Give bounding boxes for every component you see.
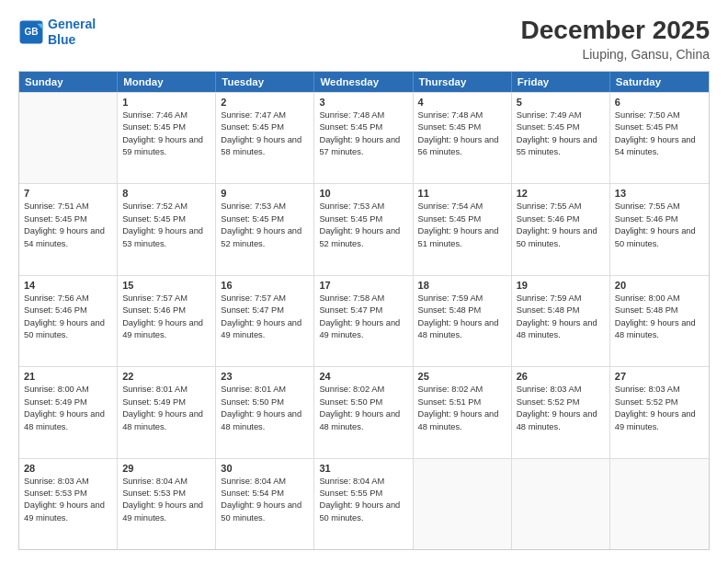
- cell-info-line: Daylight: 9 hours and 54 minutes.: [615, 134, 704, 159]
- cell-info-line: Sunset: 5:45 PM: [418, 213, 506, 225]
- day-number: 16: [221, 280, 309, 291]
- cell-info-line: Sunset: 5:54 PM: [221, 488, 309, 500]
- calendar-cell: 30Sunrise: 8:04 AMSunset: 5:54 PMDayligh…: [216, 459, 314, 549]
- cell-info-line: Daylight: 9 hours and 50 minutes.: [319, 500, 407, 524]
- cell-info-line: Sunset: 5:47 PM: [221, 304, 309, 316]
- day-number: 18: [418, 280, 506, 291]
- header-cell-thursday: Thursday: [414, 72, 512, 92]
- page-subtitle: Liuping, Gansu, China: [521, 47, 710, 62]
- calendar-cell: 2Sunrise: 7:47 AMSunset: 5:45 PMDaylight…: [216, 93, 314, 183]
- cell-info-line: Daylight: 9 hours and 50 minutes.: [517, 225, 605, 250]
- cell-info-line: Daylight: 9 hours and 59 minutes.: [122, 134, 210, 159]
- calendar-cell: 7Sunrise: 7:51 AMSunset: 5:45 PMDaylight…: [19, 184, 118, 274]
- calendar-cell: 3Sunrise: 7:48 AMSunset: 5:45 PMDaylight…: [314, 93, 413, 183]
- cell-info-line: Daylight: 9 hours and 50 minutes.: [615, 225, 704, 250]
- day-number: 24: [319, 371, 407, 382]
- page-title: December 2025: [521, 17, 710, 45]
- day-number: 15: [122, 280, 210, 291]
- header-cell-saturday: Saturday: [610, 72, 709, 92]
- day-number: 19: [517, 280, 605, 291]
- day-number: 13: [615, 188, 704, 199]
- day-number: 4: [418, 97, 506, 108]
- header-cell-monday: Monday: [118, 72, 216, 92]
- cell-info-line: Sunset: 5:50 PM: [319, 396, 407, 408]
- header-cell-friday: Friday: [512, 72, 610, 92]
- header: GB General Blue December 2025 Liuping, G…: [18, 17, 710, 62]
- cell-info-line: Sunrise: 7:55 AM: [615, 201, 704, 213]
- header-cell-wednesday: Wednesday: [314, 72, 413, 92]
- day-number: 3: [319, 97, 407, 108]
- cell-info-line: Sunset: 5:49 PM: [122, 396, 210, 408]
- cell-info-line: Sunrise: 8:01 AM: [221, 384, 309, 396]
- day-number: 9: [221, 188, 309, 199]
- calendar-cell: 22Sunrise: 8:01 AMSunset: 5:49 PMDayligh…: [118, 367, 216, 457]
- cell-info-line: Sunset: 5:45 PM: [221, 213, 309, 225]
- cell-info-line: Sunrise: 7:59 AM: [418, 293, 506, 304]
- header-cell-sunday: Sunday: [19, 72, 118, 92]
- cell-info-line: Sunset: 5:49 PM: [24, 396, 112, 408]
- cell-info-line: Sunrise: 8:02 AM: [319, 384, 407, 396]
- cell-info-line: Daylight: 9 hours and 55 minutes.: [517, 134, 605, 159]
- cell-info-line: Daylight: 9 hours and 50 minutes.: [221, 500, 309, 524]
- cell-info-line: Sunrise: 8:03 AM: [24, 476, 112, 488]
- cell-info-line: Daylight: 9 hours and 52 minutes.: [221, 225, 309, 250]
- cell-info-line: Sunset: 5:46 PM: [122, 304, 210, 316]
- cell-info-line: Sunset: 5:47 PM: [319, 304, 407, 316]
- day-number: 1: [122, 97, 210, 108]
- day-number: 17: [319, 280, 407, 291]
- cell-info-line: Sunset: 5:45 PM: [24, 213, 112, 225]
- svg-text:GB: GB: [24, 27, 38, 37]
- calendar-body: 1Sunrise: 7:46 AMSunset: 5:45 PMDaylight…: [19, 92, 709, 549]
- cell-info-line: Sunset: 5:46 PM: [24, 304, 112, 316]
- day-number: 21: [24, 371, 112, 382]
- cell-info-line: Sunrise: 8:03 AM: [615, 384, 704, 396]
- title-block: December 2025 Liuping, Gansu, China: [521, 17, 710, 62]
- cell-info-line: Sunset: 5:53 PM: [122, 488, 210, 500]
- calendar-cell: 12Sunrise: 7:55 AMSunset: 5:46 PMDayligh…: [512, 184, 610, 274]
- day-number: 29: [122, 463, 210, 474]
- logo-line1: General: [48, 17, 96, 31]
- cell-info-line: Sunrise: 8:04 AM: [122, 476, 210, 488]
- day-number: 2: [221, 97, 309, 108]
- cell-info-line: Daylight: 9 hours and 49 minutes.: [221, 317, 309, 342]
- cell-info-line: Sunrise: 7:57 AM: [122, 293, 210, 304]
- cell-info-line: Sunrise: 7:51 AM: [24, 201, 112, 213]
- cell-info-line: Sunset: 5:45 PM: [418, 121, 506, 133]
- cell-info-line: Daylight: 9 hours and 48 minutes.: [517, 408, 605, 433]
- cell-info-line: Sunset: 5:45 PM: [122, 213, 210, 225]
- day-number: 7: [24, 188, 112, 199]
- cell-info-line: Sunrise: 7:54 AM: [418, 201, 506, 213]
- calendar-cell: 28Sunrise: 8:03 AMSunset: 5:53 PMDayligh…: [19, 459, 118, 549]
- cell-info-line: Sunrise: 7:50 AM: [615, 109, 704, 121]
- calendar-cell: 23Sunrise: 8:01 AMSunset: 5:50 PMDayligh…: [216, 367, 314, 457]
- cell-info-line: Sunrise: 8:00 AM: [24, 384, 112, 396]
- cell-info-line: Sunrise: 7:58 AM: [319, 293, 407, 304]
- cell-info-line: Sunset: 5:50 PM: [221, 396, 309, 408]
- calendar-cell: 4Sunrise: 7:48 AMSunset: 5:45 PMDaylight…: [414, 93, 512, 183]
- cell-info-line: Sunset: 5:52 PM: [615, 396, 704, 408]
- cell-info-line: Daylight: 9 hours and 48 minutes.: [418, 317, 506, 342]
- cell-info-line: Daylight: 9 hours and 48 minutes.: [319, 408, 407, 433]
- cell-info-line: Sunset: 5:48 PM: [517, 304, 605, 316]
- calendar-cell: 9Sunrise: 7:53 AMSunset: 5:45 PMDaylight…: [216, 184, 314, 274]
- calendar-cell: 24Sunrise: 8:02 AMSunset: 5:50 PMDayligh…: [314, 367, 413, 457]
- cell-info-line: Sunset: 5:51 PM: [418, 396, 506, 408]
- cell-info-line: Sunset: 5:45 PM: [517, 121, 605, 133]
- cell-info-line: Daylight: 9 hours and 49 minutes.: [122, 317, 210, 342]
- cell-info-line: Sunrise: 7:47 AM: [221, 109, 309, 121]
- calendar-row: 14Sunrise: 7:56 AMSunset: 5:46 PMDayligh…: [19, 275, 709, 366]
- calendar-cell: 10Sunrise: 7:53 AMSunset: 5:45 PMDayligh…: [314, 184, 413, 274]
- cell-info-line: Sunrise: 7:53 AM: [221, 201, 309, 213]
- logo-line2: Blue: [48, 32, 75, 47]
- calendar-cell: 15Sunrise: 7:57 AMSunset: 5:46 PMDayligh…: [118, 276, 216, 366]
- logo: GB General Blue: [18, 17, 96, 48]
- day-number: 11: [418, 188, 506, 199]
- day-number: 14: [24, 280, 112, 291]
- calendar-cell: 11Sunrise: 7:54 AMSunset: 5:45 PMDayligh…: [414, 184, 512, 274]
- calendar-cell: 13Sunrise: 7:55 AMSunset: 5:46 PMDayligh…: [610, 184, 709, 274]
- calendar-cell: 1Sunrise: 7:46 AMSunset: 5:45 PMDaylight…: [118, 93, 216, 183]
- cell-info-line: Sunset: 5:52 PM: [517, 396, 605, 408]
- cell-info-line: Daylight: 9 hours and 51 minutes.: [418, 225, 506, 250]
- cell-info-line: Sunrise: 7:46 AM: [122, 109, 210, 121]
- cell-info-line: Sunset: 5:48 PM: [615, 304, 704, 316]
